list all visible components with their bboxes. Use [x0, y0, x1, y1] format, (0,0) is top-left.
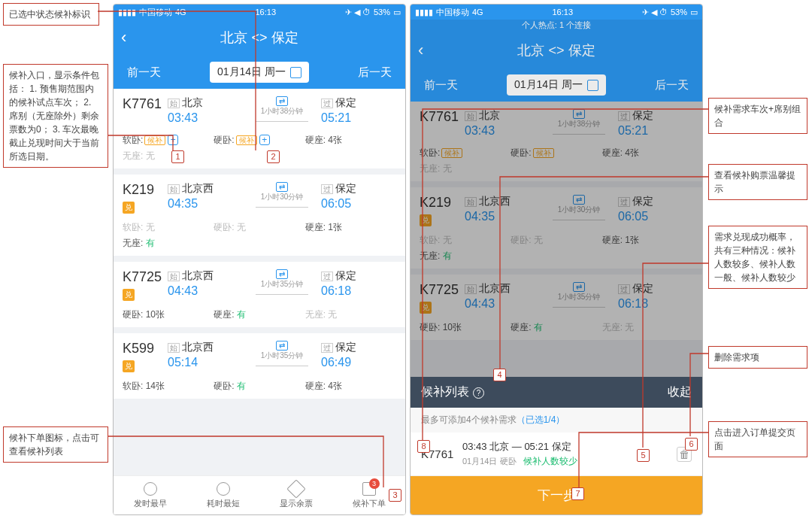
loc-icon: ✈ ◀ ⏱ [345, 8, 371, 17]
train-card: K7725兑 始北京西04:43 ⇄1小时35分钟 过保定06:18 硬卧: 1… [411, 275, 702, 340]
callout-1: 已选中状态候补标识 [3, 3, 99, 26]
route-title: 北京 <> 保定 [517, 41, 595, 59]
item-sub: 01月14日 硬卧 [462, 457, 517, 466]
seat-soft: 软卧: 无 [123, 221, 214, 234]
seat-soft: 软卧: [123, 135, 143, 145]
next-day[interactable]: 后一天 [358, 65, 392, 80]
back-icon[interactable]: ‹ [418, 41, 423, 60]
train-card[interactable]: K599兑 始北京西05:14 ⇄1小时35分钟 过保定06:49 软卧: 14… [114, 333, 405, 399]
marker-6: 6 [685, 438, 698, 451]
bb-label: 显示余票 [280, 498, 313, 509]
marker-8: 8 [417, 440, 430, 453]
sheet-title: 候补列表 [421, 385, 469, 398]
sub-text: 最多可添加4个候补需求 [421, 414, 517, 425]
add-waitlist-icon[interactable]: + [259, 135, 270, 145]
train-badge-icon: 兑 [123, 360, 135, 372]
from-station: 北京 [479, 109, 500, 121]
depart-time: 03:43 [465, 124, 540, 138]
callout-4: 候补需求车次+席别组合 [708, 98, 807, 134]
to-station: 保定 [335, 182, 356, 194]
to-station: 保定 [632, 109, 653, 121]
bb-label: 发时最早 [134, 498, 167, 509]
arrive-icon: 过 [321, 272, 333, 281]
sheet-header: 候补列表? 收起 [411, 377, 702, 408]
duration: 1小时35分钟 [261, 279, 304, 290]
add-waitlist-icon[interactable]: + [168, 135, 178, 145]
seat-soft: 软卧: 14张 [123, 380, 214, 393]
callout-7: 删除需求项 [708, 346, 807, 369]
callout-3: 候补下单图标，点击可查看候补列表 [3, 426, 108, 463]
depart-time: 04:43 [168, 284, 243, 298]
train-badge-icon: 兑 [123, 202, 135, 214]
train-card[interactable]: K7725兑 始北京西04:43 ⇄1小时35分钟 过保定06:18 硬卧: 1… [114, 262, 405, 327]
clock: 16:13 [256, 8, 277, 17]
prev-day[interactable]: 前一天 [127, 65, 161, 80]
arrive-time: 06:05 [321, 197, 396, 211]
seat-has: 有 [237, 309, 246, 320]
seat-hard-sleeper-label: 硬卧: [214, 381, 234, 391]
duration: 1小时35分钟 [261, 351, 304, 361]
timer-icon [217, 482, 230, 496]
sort-earliest[interactable]: 发时最早 [114, 476, 186, 514]
next-label: 下一步 [538, 488, 576, 502]
hotspot-banner: 个人热点: 1 个连接 [411, 20, 702, 32]
back-icon[interactable]: ‹ [121, 28, 126, 47]
marker-3: 3 [389, 489, 401, 502]
bottom-bar: 发时最早 耗时最短 显示余票 候补下单 [114, 475, 405, 514]
callout-5: 查看候补购票温馨提示 [708, 164, 807, 200]
clock: 16:13 [553, 8, 574, 17]
duration: 1小时38分钟 [261, 106, 304, 117]
arrive-time: 06:49 [321, 356, 396, 369]
train-no: K599 [123, 341, 154, 356]
calendar-icon [290, 67, 301, 78]
arrive-icon: 过 [321, 99, 333, 108]
date-bar: 前一天 01月14日 周一 后一天 [411, 68, 702, 102]
selected-count: （已选1/4） [517, 414, 565, 425]
seat-none-label: 无座: [123, 238, 143, 248]
callout-2: 候补入口，显示条件包括： 1. 预售期范围内的候补试点车次； 2. 席别（无座除… [3, 64, 108, 168]
prev-day[interactable]: 前一天 [424, 78, 458, 93]
duration: 1小时30分钟 [261, 192, 304, 202]
marker-5: 5 [637, 449, 650, 462]
train-no: K7761 [123, 96, 162, 111]
status-bar: ▮▮▮▮中国移动4G 16:13 ✈ ◀ ⏱53%▭ [114, 5, 405, 20]
arrive-time: 06:18 [321, 284, 396, 298]
train-no: K219 [123, 182, 154, 197]
signal-icon: ▮▮▮▮ [415, 8, 433, 17]
collapse-button[interactable]: 收起 [668, 384, 692, 400]
bb-label: 候补下单 [353, 498, 386, 509]
show-remaining[interactable]: 显示余票 [259, 476, 332, 514]
to-station: 保定 [335, 96, 356, 108]
arrive-icon: 过 [321, 343, 333, 353]
train-list: K7761 始北京03:43 ⇄1小时38分钟 过保定05:21 软卧:候补+ … [114, 89, 405, 514]
date-pill[interactable]: 01月14日 周一 [507, 74, 606, 96]
next-button[interactable]: 下一步 [411, 476, 702, 514]
train-card[interactable]: K219兑 始北京西04:35 ⇄1小时30分钟 过保定06:05 软卧: 无 … [114, 175, 405, 256]
status-bar: ▮▮▮▮中国移动4G 16:13 ✈ ◀ ⏱53%▭ [411, 5, 702, 20]
next-day[interactable]: 后一天 [655, 78, 689, 93]
train-card[interactable]: K7761 始北京03:43 ⇄1小时38分钟 过保定05:21 软卧:候补+ … [114, 89, 405, 168]
seat-has: 有 [237, 381, 246, 391]
ticket-icon [286, 479, 305, 498]
battery-icon: ▭ [690, 8, 698, 17]
depart-time: 04:35 [168, 197, 243, 211]
calendar-icon [587, 80, 598, 91]
train-no: K219 [420, 195, 451, 210]
sheet-sub: 最多可添加4个候补需求（已选1/4） [411, 408, 702, 432]
train-no: K7761 [420, 109, 459, 124]
seat-hard-sleeper: 硬卧: 10张 [123, 308, 214, 321]
battery-icon: ▭ [393, 8, 401, 17]
date-label: 01月14日 周一 [217, 65, 286, 79]
carrier: 中国移动 [139, 7, 172, 18]
marker-7: 7 [571, 487, 584, 500]
help-icon[interactable]: ? [473, 387, 484, 399]
sort-shortest[interactable]: 耗时最短 [186, 476, 259, 514]
callout-8: 点击进入订单提交页面 [708, 421, 807, 457]
route-icon: ⇄ [276, 96, 288, 106]
date-pill[interactable]: 01月14日 周一 [210, 62, 309, 83]
to-station: 保定 [335, 341, 356, 353]
from-station: 北京西 [182, 182, 214, 194]
phone-right: ▮▮▮▮中国移动4G 16:13 ✈ ◀ ⏱53%▭ 个人热点: 1 个连接 ‹… [410, 4, 703, 515]
from-station: 北京西 [182, 341, 214, 353]
arrive-icon: 过 [321, 184, 333, 194]
